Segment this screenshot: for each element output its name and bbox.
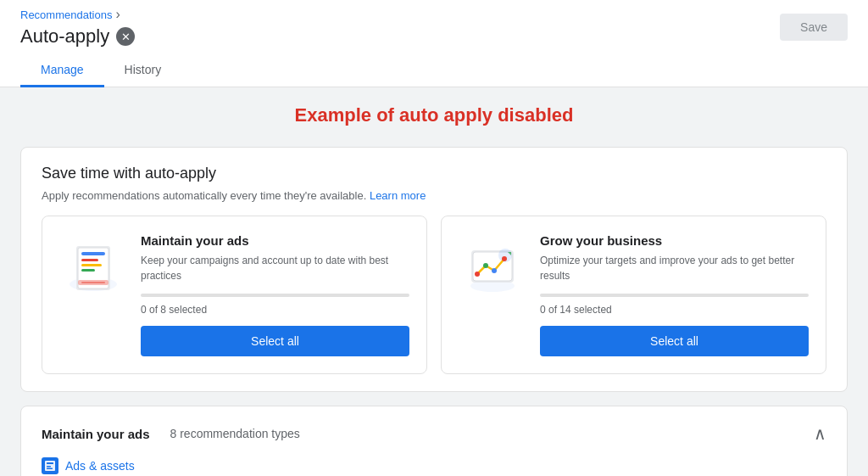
page-title-row: Auto-apply ✕ Save [20,25,848,54]
learn-more-link[interactable]: Learn more [370,189,426,202]
svg-rect-4 [81,259,98,261]
breadcrumb[interactable]: Recommendations › [20,7,848,22]
breadcrumb-link[interactable]: Recommendations [20,8,112,21]
svg-rect-19 [47,462,53,464]
close-icon[interactable]: ✕ [116,27,135,46]
save-button[interactable]: Save [780,14,848,41]
chevron-up-icon[interactable]: ∧ [814,423,826,444]
maintain-progress-bg [141,294,409,297]
content-area: Example of auto apply disabled Save time… [0,87,868,476]
svg-rect-8 [81,282,105,283]
tab-manage[interactable]: Manage [20,54,104,87]
svg-point-15 [492,268,497,273]
page-title-text: Auto-apply [20,25,109,48]
section-title: Maintain your ads [42,427,150,441]
section-card: Maintain your ads 8 recommendation types… [20,406,848,476]
grow-desc: Optimize your targets and improve your a… [540,253,809,283]
grow-progress-bg [540,294,809,297]
svg-rect-6 [81,269,95,272]
card-title: Save time with auto-apply [42,165,826,182]
grow-content: Grow your business Optimize your targets… [540,233,809,356]
auto-apply-card: Save time with auto-apply Apply recommen… [20,147,848,392]
breadcrumb-chevron: › [115,7,120,22]
maintain-title: Maintain your ads [141,233,409,248]
svg-point-14 [483,263,488,268]
maintain-select-all-button[interactable]: Select all [141,326,409,356]
svg-rect-5 [81,264,102,266]
banner-title: Example of auto apply disabled [20,104,848,126]
page-title: Auto-apply ✕ [20,25,135,48]
maintain-selected-text: 0 of 8 selected [141,304,409,316]
grow-title: Grow your business [540,233,809,248]
grow-select-all-button[interactable]: Select all [540,326,809,356]
section-header: Maintain your ads 8 recommendation types… [42,423,826,444]
maintain-option-card: Maintain your ads Keep your campaigns an… [42,216,427,374]
svg-rect-21 [47,468,53,470]
section-count: 8 recommendation types [170,427,300,440]
maintain-illustration [59,233,127,301]
options-row: Maintain your ads Keep your campaigns an… [42,216,826,374]
svg-rect-20 [47,466,51,468]
maintain-desc: Keep your campaigns and account up to da… [141,253,409,283]
grow-selected-text: 0 of 14 selected [540,304,809,316]
tabs-container: Manage History [20,54,848,87]
card-subtitle-text: Apply recommendations automatically ever… [42,189,366,202]
svg-point-16 [502,256,507,261]
ads-assets-icon [42,457,58,474]
card-subtitle: Apply recommendations automatically ever… [42,189,826,202]
maintain-content: Maintain your ads Keep your campaigns an… [141,233,409,356]
grow-illustration [459,233,526,301]
grow-option-card: Grow your business Optimize your targets… [441,216,826,374]
top-bar: Recommendations › Auto-apply ✕ Save Mana… [0,0,868,87]
svg-point-13 [475,272,480,277]
sub-section: Ads & assets [42,457,826,474]
sub-section-label: Ads & assets [65,459,135,473]
tab-history[interactable]: History [104,54,182,87]
svg-rect-3 [81,252,105,255]
